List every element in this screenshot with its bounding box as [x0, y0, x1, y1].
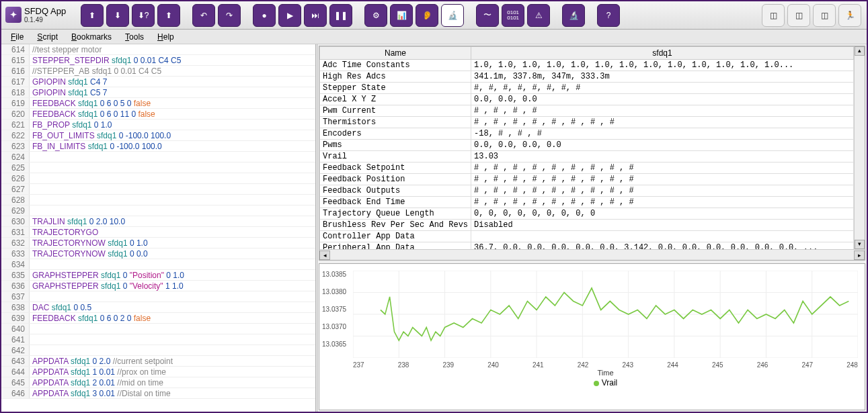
warn-button[interactable]: ⚠: [527, 4, 550, 27]
nav-up-icon[interactable]: ▴: [855, 46, 865, 56]
help-button[interactable]: ?: [597, 4, 620, 27]
code-line[interactable]: 642: [1, 345, 315, 356]
code-text: [30, 345, 32, 355]
code-line[interactable]: 645APPDATA sfdq1 2 0.01 //mid on time: [1, 377, 315, 388]
scroll-left-icon[interactable]: ◂: [319, 250, 330, 260]
scroll-right-icon[interactable]: ▸: [854, 250, 865, 260]
upload2-button[interactable]: ⬆: [157, 4, 180, 27]
table-row[interactable]: Encoders-18, # , # , #: [320, 128, 854, 140]
code-line[interactable]: 640: [1, 324, 315, 334]
table-row[interactable]: Brushless Rev Per Sec And RevsDisabled: [320, 220, 854, 231]
record-button[interactable]: ●: [253, 4, 276, 27]
table-row[interactable]: Trajectory Queue Length0, 0, 0, 0, 0, 0,…: [320, 208, 854, 220]
code-line[interactable]: 637: [1, 291, 315, 302]
col-name-header[interactable]: Name: [320, 47, 471, 60]
table-row[interactable]: Feedback Position # , # , # , # , # , # …: [320, 174, 854, 185]
line-number: 621: [1, 120, 30, 130]
code-line[interactable]: 623FB_IN_LIMITS sfdq1 0 -100.0 100.0: [1, 141, 315, 152]
col-sfdq1-header[interactable]: sfdq1: [471, 47, 854, 60]
code-line[interactable]: 628: [1, 195, 315, 205]
cell-name: Pwm Current: [320, 105, 471, 117]
data-table: Name sfdq1 Adc Time Constants1.0, 1.0, 1…: [319, 46, 854, 249]
code-line[interactable]: 636GRAPHSTEPPER sfdq1 0 "Velocity" 1 1.0: [1, 281, 315, 291]
binary-button[interactable]: 01010101: [502, 4, 524, 27]
code-line[interactable]: 615STEPPER_STEPDIR sfdq1 0 0.01 C4 C5: [1, 55, 315, 66]
menu-tools[interactable]: Tools: [120, 31, 149, 43]
code-line[interactable]: 639FEEDBACK sfdq1 0 6 0 2 0 false: [1, 313, 315, 324]
code-line[interactable]: 620FEEDBACK sfdq1 0 6 0 11 0 false: [1, 109, 315, 120]
pause-button[interactable]: ❚❚: [329, 4, 352, 27]
step-button[interactable]: ⏭: [304, 4, 327, 27]
menu-help[interactable]: Help: [152, 31, 180, 43]
exit-button[interactable]: 🏃: [838, 4, 861, 27]
code-line[interactable]: 621FB_PROP sfdq1 0 1.0: [1, 120, 315, 130]
redo-button[interactable]: ↷: [218, 4, 241, 27]
table-row[interactable]: Peripheral App Data36.7, 0.0, 0.0, 0.0, …: [320, 242, 854, 250]
window-a-button[interactable]: ◫: [762, 4, 785, 27]
code-line[interactable]: 614//test stepper motor: [1, 44, 315, 55]
audio-button[interactable]: 👂: [416, 4, 438, 27]
code-line[interactable]: 634: [1, 259, 315, 270]
window-b-button[interactable]: ◫: [787, 4, 810, 27]
code-line[interactable]: 643APPDATA sfdq1 0 2.0 //current setpoin…: [1, 356, 315, 367]
code-line[interactable]: 619FEEDBACK sfdq1 0 6 0 5 0 false: [1, 98, 315, 109]
table-scroll[interactable]: Name sfdq1 Adc Time Constants1.0, 1.0, 1…: [319, 46, 854, 249]
table-vnav[interactable]: ▴ ▾: [854, 46, 865, 249]
code-line[interactable]: 633TRAJECTORYNOW sfdq1 0 0.0: [1, 248, 315, 259]
scope-button[interactable]: 🔬: [441, 4, 464, 27]
table-row[interactable]: Feedback Outputs # , # , # , # , # , # ,…: [320, 185, 854, 197]
code-editor[interactable]: 614//test stepper motor615STEPPER_STEPDI…: [1, 44, 317, 412]
table-hscroll[interactable]: ◂ ▸: [319, 249, 865, 260]
wave-button[interactable]: 〜: [476, 4, 499, 27]
table-row[interactable]: Feedback End Time # , # , # , # , # , # …: [320, 197, 854, 208]
chart-y-labels: 13.038513.038013.037513.037013.0365: [322, 271, 346, 358]
table-row[interactable]: Pwm Current # , # , # , #: [320, 105, 854, 117]
code-line[interactable]: 622FB_OUT_LIMITS sfdq1 0 -100.0 100.0: [1, 130, 315, 141]
code-line[interactable]: 629: [1, 205, 315, 216]
code-line[interactable]: 641: [1, 334, 315, 345]
table-row[interactable]: Pwms0.0, 0.0, 0.0, 0.0: [320, 140, 854, 151]
table-row[interactable]: Adc Time Constants1.0, 1.0, 1.0, 1.0, 1.…: [320, 60, 854, 71]
code-line[interactable]: 618GPIOPIN sfdq1 C5 7: [1, 87, 315, 98]
table-row[interactable]: High Res Adcs341.1m, 337.8m, 347m, 333.3…: [320, 71, 854, 83]
code-line[interactable]: 626: [1, 173, 315, 184]
code-line[interactable]: 625: [1, 163, 315, 173]
table-row[interactable]: Vrail13.03: [320, 151, 854, 163]
menu-script[interactable]: Script: [32, 31, 63, 43]
code-line[interactable]: 630TRAJLIN sfdq1 0 2.0 10.0: [1, 216, 315, 227]
download-q-button[interactable]: ⬇?: [132, 4, 155, 27]
code-line[interactable]: 632TRAJECTORYNOW sfdq1 0 1.0: [1, 238, 315, 248]
upload-button[interactable]: ⬆: [81, 4, 104, 27]
line-number: 645: [1, 377, 30, 387]
menu-file[interactable]: File: [5, 31, 29, 43]
code-line[interactable]: 631TRAJECTORYGO: [1, 227, 315, 238]
nav-down-icon[interactable]: ▾: [855, 240, 865, 249]
table-row[interactable]: Feedback Setpoint # , # , # , # , # , # …: [320, 163, 854, 174]
data-table-area: Name sfdq1 Adc Time Constants1.0, 1.0, 1…: [319, 46, 865, 261]
code-text: [30, 291, 32, 302]
code-line[interactable]: 646APPDATA sfdq1 3 0.01 //Distal on time: [1, 388, 315, 399]
cell-value: 341.1m, 337.8m, 347m, 333.3m: [471, 71, 854, 83]
line-number: 617: [1, 77, 30, 87]
table-row[interactable]: Stepper State#, #, #, #, #, #, #, #: [320, 83, 854, 94]
code-line[interactable]: 638DAC sfdq1 0 0.5: [1, 302, 315, 313]
menu-bookmarks[interactable]: Bookmarks: [66, 31, 117, 43]
table-row[interactable]: Thermistors # , # , # , # , # , # , # , …: [320, 117, 854, 128]
play-button[interactable]: ▶: [278, 4, 301, 27]
window-c-button[interactable]: ◫: [813, 4, 836, 27]
code-line[interactable]: 627: [1, 184, 315, 195]
code-line[interactable]: 644APPDATA sfdq1 1 0.01 //prox on time: [1, 367, 315, 377]
code-line[interactable]: 635GRAPHSTEPPER sfdq1 0 "Position" 0 1.0: [1, 270, 315, 281]
table-row[interactable]: Controller App Data: [320, 231, 854, 242]
code-line[interactable]: 616//STEPPER_AB sfdq1 0 0.01 C4 C5: [1, 66, 315, 77]
code-line[interactable]: 617GPIOPIN sfdq1 C4 7: [1, 77, 315, 87]
monitor-button[interactable]: 📊: [390, 4, 413, 27]
tool-a-button[interactable]: ⚙: [364, 4, 387, 27]
table-row[interactable]: Accel X Y Z0.0, 0.0, 0.0: [320, 94, 854, 105]
download-button[interactable]: ⬇: [106, 4, 129, 27]
legend-dot-icon: [594, 381, 599, 386]
cell-name: Feedback Position: [320, 174, 471, 185]
code-line[interactable]: 624: [1, 152, 315, 163]
microscope-button[interactable]: 🔬: [562, 4, 585, 27]
undo-button[interactable]: ↶: [192, 4, 215, 27]
